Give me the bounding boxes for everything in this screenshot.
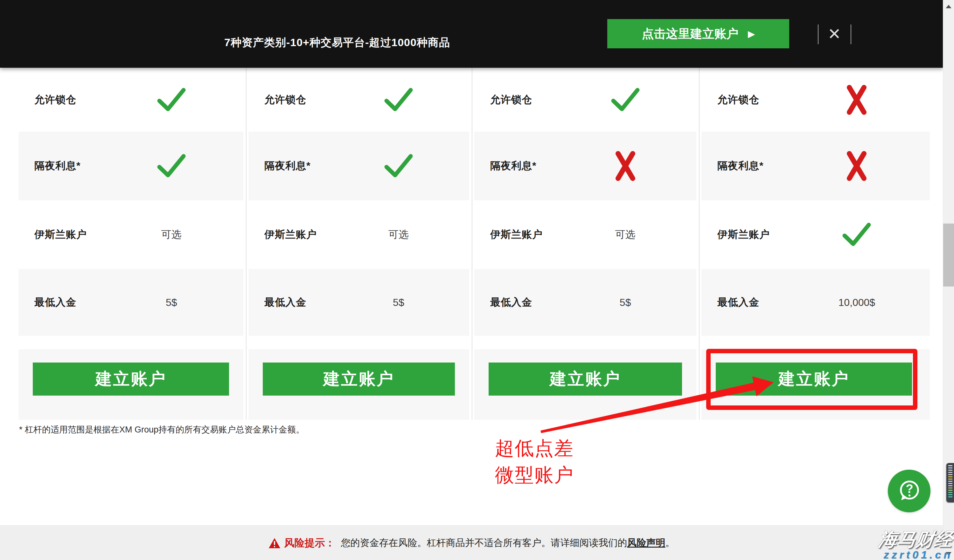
banner-title: 7种资产类别-10+种交易平台-超过1000种商品 xyxy=(178,0,496,68)
table-row: 伊斯兰账户 xyxy=(701,200,930,269)
leverage-footnote: * 杠杆的适用范围是根据在XM Group持有的所有交易账户总资金累计金额。 xyxy=(19,424,304,436)
table-row: 最低入金 10,000$ xyxy=(701,269,930,336)
column-divider xyxy=(246,68,246,420)
table-row: 允许锁仓 xyxy=(248,68,469,132)
svg-text:?: ? xyxy=(906,482,913,495)
check-icon xyxy=(383,153,414,179)
annotation-line-1: 超低点差 xyxy=(495,435,574,462)
close-icon[interactable]: ✕ xyxy=(825,23,844,45)
account-column-1: 允许锁仓 隔夜利息* 伊斯兰账户 可选 最低入金 5$ 建立账户 xyxy=(19,68,243,420)
play-arrow-icon: ▶ xyxy=(748,29,755,39)
check-icon xyxy=(156,153,187,179)
row-label: 伊斯兰账户 xyxy=(490,200,543,269)
row-value: 5$ xyxy=(620,297,631,308)
table-row: 隔夜利息* xyxy=(474,132,696,200)
row-label: 隔夜利息* xyxy=(717,132,764,200)
table-row: 伊斯兰账户 可选 xyxy=(248,200,469,269)
watermark: 海马财经 zzrt01.cn xyxy=(879,530,953,560)
table-row: 最低入金 5$ xyxy=(248,269,469,336)
row-label: 隔夜利息* xyxy=(34,132,81,200)
table-row: 允许锁仓 xyxy=(701,68,930,132)
triangle-up-icon xyxy=(946,5,951,8)
banner-create-account-button[interactable]: 点击这里建立账户 ▶ xyxy=(607,19,789,48)
column-divider xyxy=(472,68,472,420)
cross-icon xyxy=(846,84,867,116)
row-label: 最低入金 xyxy=(34,269,76,336)
question-bubble-icon: ? xyxy=(897,479,921,503)
row-value: 5$ xyxy=(166,297,177,308)
create-account-button[interactable]: 建立账户 xyxy=(263,362,455,395)
warning-triangle-icon xyxy=(268,537,281,549)
help-chat-button[interactable]: ? xyxy=(888,470,931,512)
cross-icon xyxy=(846,150,867,182)
check-icon xyxy=(156,87,187,113)
row-label: 允许锁仓 xyxy=(490,68,532,132)
row-value: 10,000$ xyxy=(838,297,875,308)
check-icon xyxy=(156,153,187,179)
table-row: 伊斯兰账户 可选 xyxy=(474,200,696,269)
cross-icon xyxy=(615,150,636,182)
cross-icon xyxy=(846,150,867,182)
table-row: 伊斯兰账户 可选 xyxy=(19,200,243,269)
table-row-cta: 建立账户 xyxy=(248,349,469,420)
minimap-stripes-icon xyxy=(946,463,954,502)
check-icon xyxy=(156,87,187,113)
table-row: 隔夜利息* xyxy=(19,132,243,200)
table-row: 允许锁仓 xyxy=(474,68,696,132)
watermark-site: zzrt01.cn xyxy=(879,549,953,560)
account-column-2: 允许锁仓 隔夜利息* 伊斯兰账户 可选 最低入金 5$ 建立账户 xyxy=(248,68,469,420)
risk-suffix: 。 xyxy=(666,537,675,549)
row-label: 最低入金 xyxy=(717,269,759,336)
page: { "banner": { "title": "7种资产类别-10+种交易平台-… xyxy=(0,0,954,560)
annotation-text: 超低点差 微型账户 xyxy=(495,435,574,488)
row-label: 允许锁仓 xyxy=(264,68,306,132)
table-row: 允许锁仓 xyxy=(19,68,243,132)
check-icon xyxy=(383,87,414,113)
risk-label: 风险提示： xyxy=(284,536,335,550)
check-icon xyxy=(610,87,641,113)
table-row: 最低入金 5$ xyxy=(474,269,696,336)
row-label: 最低入金 xyxy=(490,269,532,336)
scrollbar-thumb[interactable] xyxy=(943,224,954,286)
row-value: 可选 xyxy=(388,228,409,242)
row-label: 伊斯兰账户 xyxy=(264,200,317,269)
check-icon xyxy=(383,153,414,179)
row-label: 伊斯兰账户 xyxy=(717,200,770,269)
check-icon xyxy=(842,222,872,248)
risk-warning-bar: 风险提示： 您的资金存在风险。杠杆商品并不适合所有客户。请详细阅读我们的 风险声… xyxy=(0,525,943,560)
check-icon xyxy=(842,222,872,248)
row-label: 隔夜利息* xyxy=(490,132,536,200)
row-label: 隔夜利息* xyxy=(264,132,310,200)
scrollbar-up-arrow[interactable] xyxy=(943,0,954,13)
watermark-name: 海马财经 xyxy=(878,530,954,549)
table-row: 隔夜利息* xyxy=(701,132,930,200)
table-row: 最低入金 5$ xyxy=(19,269,243,336)
banner-separator xyxy=(851,25,851,44)
minimap-widget[interactable] xyxy=(946,463,954,502)
row-value: 可选 xyxy=(161,228,182,242)
row-value: 可选 xyxy=(615,228,636,242)
cross-icon xyxy=(615,150,636,182)
banner-cta-label: 点击这里建立账户 xyxy=(642,26,739,42)
row-label: 伊斯兰账户 xyxy=(34,200,87,269)
banner-separator xyxy=(818,25,818,44)
create-account-button[interactable]: 建立账户 xyxy=(33,362,229,395)
annotation-line-2: 微型账户 xyxy=(495,462,574,488)
table-row-cta: 建立账户 xyxy=(19,349,243,420)
row-label: 允许锁仓 xyxy=(34,68,76,132)
check-icon xyxy=(610,87,641,113)
risk-statement-link[interactable]: 风险声明 xyxy=(627,537,666,549)
top-banner: 7种资产类别-10+种交易平台-超过1000种商品 点击这里建立账户 ▶ ✕ xyxy=(0,0,943,68)
row-label: 允许锁仓 xyxy=(717,68,759,132)
check-icon xyxy=(383,87,414,113)
table-row: 隔夜利息* xyxy=(248,132,469,200)
row-value: 5$ xyxy=(393,297,404,308)
row-label: 最低入金 xyxy=(264,269,306,336)
cross-icon xyxy=(846,84,867,116)
risk-text: 您的资金存在风险。杠杆商品并不适合所有客户。请详细阅读我们的 xyxy=(341,537,627,549)
